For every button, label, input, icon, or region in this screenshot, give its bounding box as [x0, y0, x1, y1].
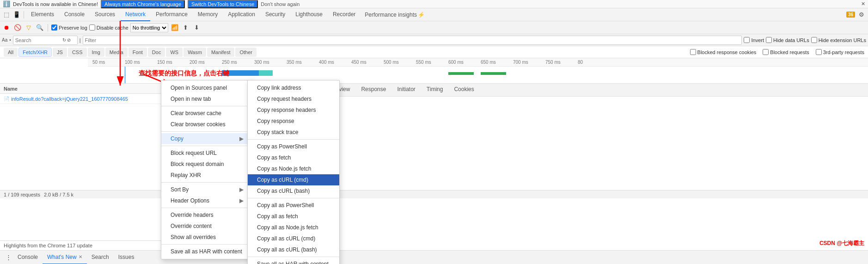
ruler-600ms: 600 ms [448, 60, 464, 65]
detail-tab-cookies[interactable]: Cookies [448, 84, 479, 96]
hide-data-urls-checkbox[interactable]: Hide data URLs [766, 37, 809, 43]
tab-security[interactable]: Security [261, 8, 290, 21]
submenu-copy-req-headers[interactable]: Copy request headers [248, 93, 339, 104]
notification-bar: ℹ️ DevTools is now available in Chinese!… [0, 0, 868, 8]
menu-sep-3 [161, 146, 253, 146]
submenu-copy-stack-trace[interactable]: Copy stack trace [248, 127, 339, 138]
always-match-button[interactable]: Always match Chrome's language [101, 0, 185, 8]
search-input[interactable] [15, 37, 61, 43]
search-clear-icon[interactable]: ⊘ [67, 37, 71, 43]
whats-new-close-icon[interactable]: ✕ [79, 254, 82, 259]
ruler-550ms: 550 ms [416, 60, 431, 65]
filter-toggle-icon[interactable]: ▽ [24, 23, 33, 32]
switch-devtools-button[interactable]: Switch DevTools to Chinese [188, 0, 258, 8]
filter-fetch-xhr[interactable]: Fetch/XHR [18, 48, 52, 57]
filter-doc[interactable]: Doc [148, 48, 165, 57]
filter-other[interactable]: Other [235, 48, 257, 57]
menu-item-override-content[interactable]: Override content [161, 221, 253, 232]
tab-performance[interactable]: Performance [151, 8, 192, 21]
menu-item-replay-xhr[interactable]: Replay XHR [161, 170, 253, 181]
wifi-icon[interactable]: 📶 [170, 23, 179, 32]
detail-tab-initiator[interactable]: Initiator [391, 84, 421, 96]
hide-ext-urls-checkbox[interactable]: Hide extension URLs [811, 37, 866, 43]
settings-icon[interactable]: ⚙ [857, 10, 866, 19]
third-party-requests-checkbox[interactable]: 3rd-party requests [816, 49, 864, 55]
tab-network[interactable]: Network [121, 8, 150, 21]
filter-img[interactable]: Img [88, 48, 104, 57]
devtools-toolbar: ⬚ 📱 Elements Console Sources Network Per… [0, 8, 868, 21]
menu-item-clear-cache[interactable]: Clear browser cache [161, 108, 253, 119]
tab-lighthouse[interactable]: Lighthouse [291, 8, 327, 21]
filter-all[interactable]: All [4, 48, 18, 57]
tab-sources[interactable]: Sources [90, 8, 120, 21]
menu-item-open-new-tab[interactable]: Open in new tab [161, 93, 253, 104]
submenu-copy-as-fetch[interactable]: Copy as fetch [248, 152, 339, 163]
submenu-copy-resp-headers[interactable]: Copy response headers [248, 104, 339, 116]
tab-recorder[interactable]: Recorder [328, 8, 360, 21]
import-icon[interactable]: ⬆ [181, 23, 190, 32]
search-icon[interactable]: 🔍 [35, 23, 44, 32]
submenu-copy-as-curl-bash[interactable]: Copy as cURL (bash) [248, 185, 339, 196]
tab-console[interactable]: Console [60, 8, 89, 21]
submenu-copy-all-as-powershell[interactable]: Copy all as PowerShell [248, 200, 339, 211]
clear-log-icon[interactable]: 🚫 [13, 23, 22, 32]
submenu-copy-all-as-curl-bash[interactable]: Copy all as cURL (bash) [248, 244, 339, 255]
disable-cache-checkbox[interactable]: Disable cache [89, 25, 128, 31]
menu-item-clear-cookies[interactable]: Clear browser cookies [161, 119, 253, 130]
submenu-copy-response[interactable]: Copy response [248, 116, 339, 127]
throttle-select[interactable]: No throttling [130, 23, 168, 32]
filter-css[interactable]: CSS [68, 48, 87, 57]
perf-insights-tab[interactable]: Performance insights ⚡ [361, 12, 428, 18]
search-refresh-icon[interactable]: ↻ [62, 37, 66, 43]
blocked-response-cookies-checkbox[interactable]: Blocked response cookies [690, 49, 757, 55]
submenu-copy-all-as-nodejs-fetch[interactable]: Copy all as Node.js fetch [248, 222, 339, 233]
menu-item-open-sources[interactable]: Open in Sources panel [161, 82, 253, 93]
menu-item-sort-by[interactable]: Sort By ▶ [161, 184, 253, 195]
submenu-copy-all-as-curl-cmd[interactable]: Copy all as cURL (cmd) [248, 233, 339, 244]
submenu-copy-all-as-fetch[interactable]: Copy all as fetch [248, 211, 339, 222]
filter-input[interactable] [85, 37, 740, 43]
invert-checkbox[interactable]: Invert [744, 37, 764, 43]
toolbar-separator-1 [24, 11, 24, 18]
menu-item-copy[interactable]: Copy ▶ [161, 133, 253, 144]
submenu-copy-link[interactable]: Copy link address [248, 82, 339, 93]
filter-wasm[interactable]: Wasm [183, 48, 206, 57]
bottom-bar-more-icon[interactable]: ⋮ [4, 253, 13, 262]
tab-memory[interactable]: Memory [193, 8, 222, 21]
record-stop-icon[interactable]: ⏺ [2, 23, 11, 32]
filter-js[interactable]: JS [53, 48, 67, 57]
ruler-650ms: 650 ms [481, 60, 496, 65]
bottom-tab-search[interactable]: Search [87, 251, 114, 264]
submenu-copy-as-powershell[interactable]: Copy as PowerShell [248, 141, 339, 152]
detail-tab-timing[interactable]: Timing [421, 84, 449, 96]
request-size: 2.0 kB / 7.5 k [44, 192, 73, 197]
filter-manifest[interactable]: Manifest [207, 48, 235, 57]
bottom-tab-whats-new[interactable]: What's New ✕ [43, 251, 87, 264]
submenu-copy-as-nodejs-fetch[interactable]: Copy as Node.js fetch [248, 163, 339, 174]
blocked-requests-checkbox[interactable]: Blocked requests [763, 49, 809, 55]
tab-application[interactable]: Application [223, 8, 260, 21]
bottom-tab-console[interactable]: Console [13, 251, 43, 264]
bottom-tab-issues[interactable]: Issues [114, 251, 139, 264]
menu-item-block-url[interactable]: Block request URL [161, 147, 253, 159]
filter-font[interactable]: Font [128, 48, 147, 57]
preserve-log-checkbox[interactable]: Preserve log [51, 25, 87, 31]
menu-item-show-overrides[interactable]: Show all overrides [161, 232, 253, 243]
device-toggle-icon[interactable]: 📱 [12, 10, 21, 19]
menu-item-header-options[interactable]: Header Options ▶ [161, 195, 253, 206]
menu-item-override-headers[interactable]: Override headers [161, 209, 253, 221]
menu-item-save-har[interactable]: Save all as HAR with content [161, 246, 253, 257]
inspect-element-icon[interactable]: ⬚ [2, 10, 11, 19]
dont-show-link[interactable]: Don't show again [261, 1, 300, 7]
menu-item-block-domain[interactable]: Block request domain [161, 159, 253, 170]
detail-tab-response[interactable]: Response [355, 84, 391, 96]
filter-media[interactable]: Media [105, 48, 128, 57]
filter-ws[interactable]: WS [166, 48, 183, 57]
export-icon[interactable]: ⬇ [192, 23, 202, 32]
tab-elements[interactable]: Elements [26, 8, 59, 21]
notification-close-icon[interactable]: ✕ [861, 1, 865, 7]
submenu-save-har[interactable]: Save all as HAR with content [248, 258, 339, 264]
copy-submenu: Copy link address Copy request headers C… [247, 80, 340, 264]
submenu-copy-as-curl-cmd[interactable]: Copy as cURL (cmd) [248, 174, 339, 185]
name-column-header: Name [4, 86, 18, 92]
